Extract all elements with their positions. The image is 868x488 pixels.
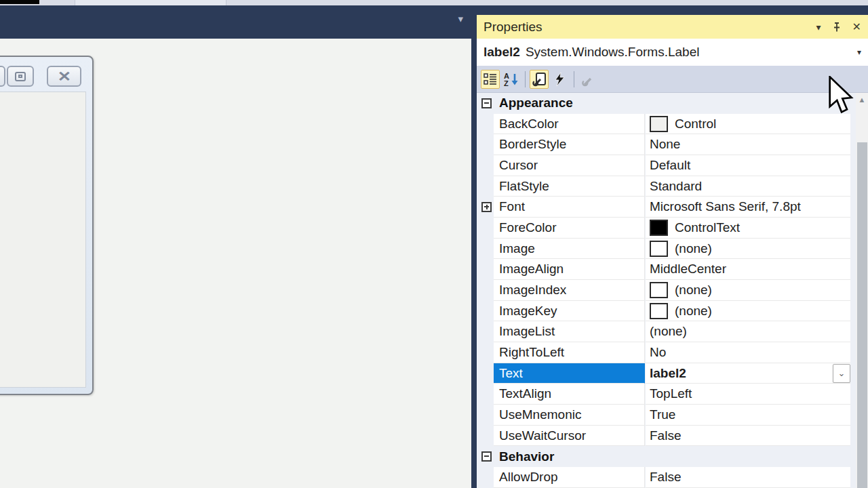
color-swatch <box>650 116 668 132</box>
property-row-backcolor: BackColorControl <box>477 114 868 135</box>
toolbar-separator <box>574 71 574 87</box>
row-gutter <box>477 363 494 384</box>
property-value-cell[interactable]: (none) <box>646 239 850 260</box>
svg-text:Z: Z <box>504 79 509 87</box>
maximize-icon <box>15 72 26 81</box>
property-row-text: Textlabel2⌄ <box>477 363 868 384</box>
property-value-text: No <box>650 345 666 360</box>
property-value-cell[interactable]: True <box>646 405 850 426</box>
property-row-flatstyle: FlatStyleStandard <box>477 176 868 197</box>
property-name-cell[interactable]: ImageIndex <box>494 280 645 301</box>
property-value-cell[interactable]: (none) <box>646 321 850 342</box>
property-name-cell[interactable]: FlatStyle <box>494 176 645 197</box>
designed-form[interactable]: ✕ <box>0 56 94 395</box>
property-value-cell[interactable]: Default <box>646 155 850 176</box>
mouse-cursor <box>826 76 857 114</box>
property-value-text: (none) <box>675 283 712 298</box>
chevron-down-icon: ⌄ <box>838 368 846 378</box>
svg-text:A: A <box>504 72 509 80</box>
property-value-cell[interactable]: (none) <box>646 301 850 322</box>
form-client-area[interactable] <box>0 92 86 388</box>
property-row-cursor: CursorDefault <box>477 155 868 176</box>
events-icon <box>553 72 567 87</box>
scrollbar-thumb[interactable] <box>857 142 867 488</box>
property-value-cell[interactable]: No <box>646 342 850 363</box>
property-row-forecolor: ForeColorControlText <box>477 218 868 239</box>
property-value-cell[interactable]: TopLeft <box>646 384 850 405</box>
property-name-cell[interactable]: Font <box>494 197 645 218</box>
property-value-cell[interactable]: MiddleCenter <box>646 259 850 280</box>
scroll-up-arrow-icon[interactable]: ▲ <box>856 96 868 104</box>
property-name-cell[interactable]: UseWaitCursor <box>494 426 645 447</box>
alphabetical-button[interactable]: AZ <box>502 70 521 89</box>
property-pages-button <box>578 70 597 89</box>
row-gutter <box>477 467 494 488</box>
property-value-cell[interactable]: Standard <box>646 176 850 197</box>
property-value-cell[interactable]: Microsoft Sans Serif, 7.8pt <box>646 197 850 218</box>
designer-document-titlebar: ▾ <box>0 5 473 39</box>
row-gutter <box>477 405 494 426</box>
property-name-cell[interactable]: ImageKey <box>494 301 645 322</box>
selected-object-type: System.Windows.Forms.Label <box>526 45 857 60</box>
property-value-cell[interactable]: ControlText <box>646 218 850 239</box>
grid-vertical-scrollbar[interactable]: ▲ <box>856 93 868 488</box>
property-name-cell[interactable]: TextAlign <box>494 384 645 405</box>
document-tab-edge <box>75 0 226 5</box>
form-maximize-button[interactable] <box>7 66 34 87</box>
property-name-cell[interactable]: Image <box>494 239 645 260</box>
property-value-cell[interactable]: label2⌄ <box>646 363 850 384</box>
property-value-text: Standard <box>650 179 702 194</box>
category-row-behavior[interactable]: Behavior <box>477 446 868 467</box>
property-value-cell[interactable]: (none) <box>646 280 850 301</box>
property-value-text: True <box>650 407 675 422</box>
property-name-cell[interactable]: ImageList <box>494 321 645 342</box>
color-swatch <box>650 282 668 298</box>
category-label: Appearance <box>499 93 573 114</box>
property-value-cell[interactable]: False <box>646 426 850 447</box>
alphabetical-icon: AZ <box>503 72 519 87</box>
property-row-font: FontMicrosoft Sans Serif, 7.8pt <box>477 197 868 218</box>
properties-tool-window: Properties ▾ ✕ label2 System.Windows.For… <box>471 5 868 488</box>
collapse-minus-icon[interactable] <box>481 98 492 108</box>
property-name-cell[interactable]: UseMnemonic <box>494 405 645 426</box>
property-name-cell[interactable]: Text <box>494 363 645 384</box>
property-name-cell[interactable]: BackColor <box>494 114 645 135</box>
property-value-cell[interactable]: Control <box>646 114 850 135</box>
row-gutter <box>477 218 494 239</box>
property-name-cell[interactable]: ImageAlign <box>494 259 645 280</box>
color-swatch <box>650 303 668 319</box>
value-dropdown-button[interactable]: ⌄ <box>833 364 850 383</box>
selected-object-name: label2 <box>484 45 520 60</box>
expand-plus-icon[interactable] <box>481 202 492 212</box>
form-minimize-button[interactable] <box>0 66 5 87</box>
collapse-minus-icon[interactable] <box>481 451 492 462</box>
chevron-down-icon[interactable]: ▾ <box>458 14 463 24</box>
property-name-cell[interactable]: RightToLeft <box>494 342 645 363</box>
events-button[interactable] <box>551 70 570 89</box>
row-gutter <box>477 384 494 405</box>
property-value-text: False <box>650 428 681 443</box>
categorized-button[interactable] <box>481 70 500 89</box>
toolbar-separator <box>525 71 526 87</box>
property-name-cell[interactable]: Cursor <box>494 155 645 176</box>
properties-button[interactable] <box>530 70 549 89</box>
pin-icon[interactable] <box>832 22 842 33</box>
properties-titlebar[interactable]: Properties ▾ ✕ <box>477 15 868 39</box>
property-value-cell[interactable]: False <box>646 467 850 488</box>
property-value-text: (none) <box>650 324 687 339</box>
form-close-button[interactable]: ✕ <box>47 66 81 87</box>
property-value-text: (none) <box>675 304 712 319</box>
row-gutter <box>477 114 494 135</box>
property-name-cell[interactable]: ForeColor <box>494 218 645 239</box>
property-row-image: Image(none) <box>477 239 868 260</box>
close-icon[interactable]: ✕ <box>852 20 861 33</box>
category-label: Behavior <box>499 446 554 467</box>
object-selector-dropdown[interactable]: label2 System.Windows.Forms.Label ▾ <box>477 39 868 66</box>
property-value-text: Default <box>650 158 690 173</box>
property-name-cell[interactable]: AllowDrop <box>494 467 645 488</box>
property-name-cell[interactable]: BorderStyle <box>494 134 645 155</box>
window-position-chevron-icon[interactable]: ▾ <box>816 22 821 33</box>
row-gutter <box>477 134 494 155</box>
category-row-appearance[interactable]: Appearance <box>477 93 868 114</box>
property-value-cell[interactable]: None <box>646 134 850 155</box>
